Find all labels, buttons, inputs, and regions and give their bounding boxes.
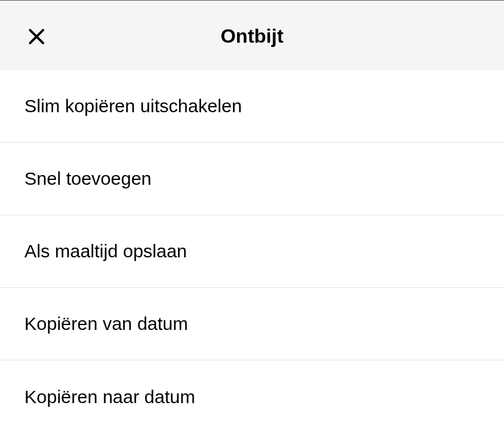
menu-item-disable-smart-copy[interactable]: Slim kopiëren uitschakelen — [0, 70, 504, 143]
menu-item-quick-add[interactable]: Snel toevoegen — [0, 143, 504, 215]
modal-title: Ontbijt — [221, 25, 283, 48]
menu-item-copy-from-date[interactable]: Kopiëren van datum — [0, 288, 504, 360]
menu-item-label: Slim kopiëren uitschakelen — [24, 96, 242, 116]
menu-item-label: Snel toevoegen — [24, 168, 152, 189]
menu-item-copy-to-date[interactable]: Kopiëren naar datum — [0, 360, 504, 433]
menu-item-save-as-meal[interactable]: Als maaltijd opslaan — [0, 215, 504, 288]
close-icon — [27, 27, 46, 46]
modal-header: Ontbijt — [0, 2, 504, 70]
menu-item-label: Kopiëren naar datum — [24, 387, 195, 407]
menu-list: Slim kopiëren uitschakelen Snel toevoege… — [0, 70, 504, 433]
close-button[interactable] — [24, 24, 49, 49]
menu-item-label: Als maaltijd opslaan — [24, 241, 187, 262]
menu-item-label: Kopiëren van datum — [24, 313, 188, 334]
